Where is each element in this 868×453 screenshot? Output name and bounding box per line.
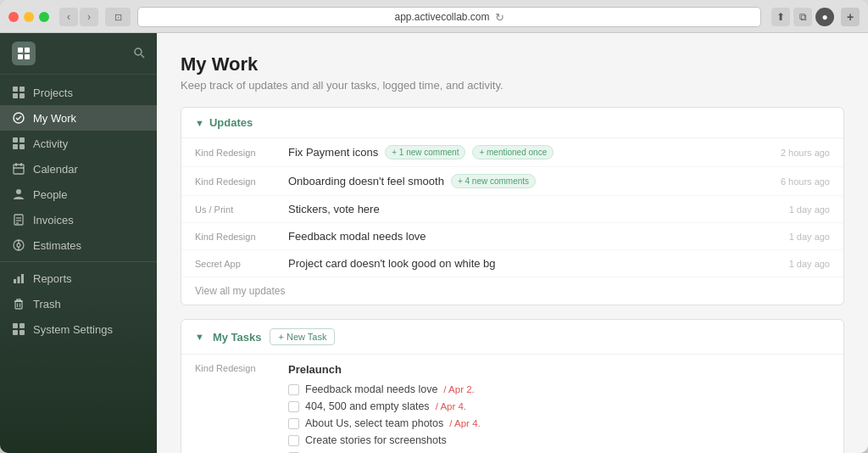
svg-rect-28 — [14, 279, 16, 283]
update-project: Kind Redesign — [195, 176, 288, 187]
address-bar[interactable]: app.activecollab.com ↻ — [137, 7, 761, 27]
copy-button[interactable]: ⧉ — [793, 8, 812, 26]
tasks-arrow: ▼ — [195, 332, 204, 342]
task-item: Create stories for screenshots — [288, 432, 830, 449]
sidebar: Projects My Work — [0, 33, 157, 453]
svg-rect-38 — [19, 330, 25, 335]
update-row: Kind Redesign Feedback modal needs love … — [181, 223, 843, 250]
svg-rect-37 — [13, 330, 18, 335]
updates-arrow: ▼ — [195, 118, 204, 128]
task-name: Project card doesn't look good on white … — [288, 257, 496, 270]
tasks-header: ▼ My Tasks + New Task — [181, 320, 843, 355]
activity-label: Activity — [33, 137, 68, 150]
sidebar-item-system-settings[interactable]: System Settings — [0, 316, 157, 342]
reports-icon — [12, 271, 25, 285]
sidebar-item-invoices[interactable]: Invoices — [0, 207, 157, 232]
svg-rect-2 — [18, 54, 23, 59]
task-checkbox[interactable] — [288, 435, 299, 446]
update-row: Us / Print Stickers, vote here 1 day ago — [181, 196, 843, 223]
task-checkbox[interactable] — [288, 384, 299, 395]
minimize-button[interactable] — [24, 12, 34, 22]
sidebar-nav: Projects My Work — [0, 75, 157, 453]
url-text: app.activecollab.com — [394, 11, 489, 23]
update-task[interactable]: Fix Payment icons + 1 new comment + ment… — [288, 145, 771, 159]
new-tab-button[interactable]: + — [841, 8, 860, 26]
updates-header: ▼ Updates — [181, 108, 843, 138]
mywork-icon — [12, 111, 25, 125]
update-task[interactable]: Project card doesn't look good on white … — [288, 257, 779, 270]
people-label: People — [33, 188, 67, 201]
update-time: 1 day ago — [789, 259, 830, 269]
trash-icon — [12, 297, 25, 310]
svg-point-19 — [16, 189, 21, 194]
sidebar-item-activity[interactable]: Activity — [0, 131, 157, 156]
task-name: Onboarding doesn't feel smooth — [288, 175, 444, 187]
svg-rect-32 — [15, 301, 22, 309]
estimates-label: Estimates — [33, 239, 81, 252]
profile-button[interactable]: ● — [815, 8, 834, 26]
update-time: 1 day ago — [789, 204, 830, 215]
svg-rect-7 — [19, 87, 25, 92]
app-logo[interactable] — [12, 42, 36, 65]
nav-buttons: ‹ › — [59, 8, 98, 26]
task-label: Create stories for screenshots — [305, 434, 447, 446]
task-item: 404, 500 and empty slates / Apr 4. — [288, 398, 830, 415]
update-time: 6 hours ago — [781, 176, 830, 187]
badge-mentioned: + mentioned once — [472, 145, 554, 159]
sidebar-item-calendar[interactable]: Calendar — [0, 156, 157, 182]
svg-rect-12 — [19, 137, 25, 143]
task-item: Sync progress screen is missing — [288, 449, 830, 453]
svg-rect-9 — [19, 93, 25, 98]
update-task[interactable]: Feedback modal needs love — [288, 230, 779, 243]
back-button[interactable]: ‹ — [59, 8, 78, 26]
task-group-header: Prelaunch — [288, 363, 830, 376]
svg-rect-14 — [19, 144, 25, 149]
svg-rect-6 — [13, 87, 18, 92]
task-date: / Apr 2. — [443, 384, 474, 394]
forward-button[interactable]: › — [80, 8, 98, 26]
update-time: 1 day ago — [789, 232, 830, 242]
sidebar-header — [0, 33, 157, 75]
activity-icon — [12, 137, 25, 150]
task-checkbox[interactable] — [288, 401, 299, 412]
svg-line-5 — [142, 54, 145, 58]
sidebar-item-estimates[interactable]: Estimates — [0, 232, 157, 258]
search-icon[interactable] — [133, 47, 145, 61]
sidebar-item-people[interactable]: People — [0, 182, 157, 207]
fullscreen-button[interactable] — [39, 12, 49, 22]
traffic-lights — [8, 12, 49, 22]
sidebar-item-reports[interactable]: Reports — [0, 266, 157, 291]
projects-label: Projects — [33, 87, 73, 99]
task-date: / Apr 4. — [449, 418, 480, 428]
close-button[interactable] — [8, 12, 19, 22]
refresh-icon[interactable]: ↻ — [495, 11, 504, 24]
view-all-link[interactable]: View all my updates — [181, 277, 843, 305]
sidebar-item-projects[interactable]: Projects — [0, 80, 157, 105]
share-button[interactable]: ⬆ — [771, 8, 790, 26]
people-icon — [12, 187, 25, 201]
svg-rect-1 — [25, 48, 30, 53]
mywork-label: My Work — [33, 112, 76, 125]
tasks-title: My Tasks — [213, 331, 262, 344]
update-row: Secret App Project card doesn't look goo… — [181, 250, 843, 277]
svg-rect-36 — [19, 323, 25, 328]
projects-icon — [12, 86, 25, 99]
updates-section: ▼ Updates Kind Redesign Fix Payment icon… — [181, 107, 844, 305]
tab-view-button[interactable]: ⊡ — [105, 8, 131, 26]
update-project: Kind Redesign — [195, 148, 288, 158]
update-row: Kind Redesign Fix Payment icons + 1 new … — [181, 138, 843, 167]
update-row: Kind Redesign Onboarding doesn't feel sm… — [181, 167, 843, 196]
task-group-prelaunch: Kind Redesign Prelaunch Feedback modal n… — [181, 355, 843, 453]
invoices-icon — [12, 213, 25, 226]
update-task[interactable]: Onboarding doesn't feel smooth + 4 new c… — [288, 174, 771, 188]
sidebar-item-trash[interactable]: Trash — [0, 291, 157, 316]
trash-label: Trash — [33, 298, 61, 310]
invoices-label: Invoices — [33, 214, 74, 226]
new-task-button[interactable]: + New Task — [270, 328, 335, 345]
svg-rect-8 — [13, 93, 18, 98]
task-checkbox[interactable] — [288, 418, 299, 429]
sidebar-item-mywork[interactable]: My Work — [0, 105, 157, 131]
svg-rect-3 — [25, 54, 30, 59]
update-task[interactable]: Stickers, vote here — [288, 203, 779, 215]
task-label: Feedback modal needs love — [305, 383, 437, 395]
